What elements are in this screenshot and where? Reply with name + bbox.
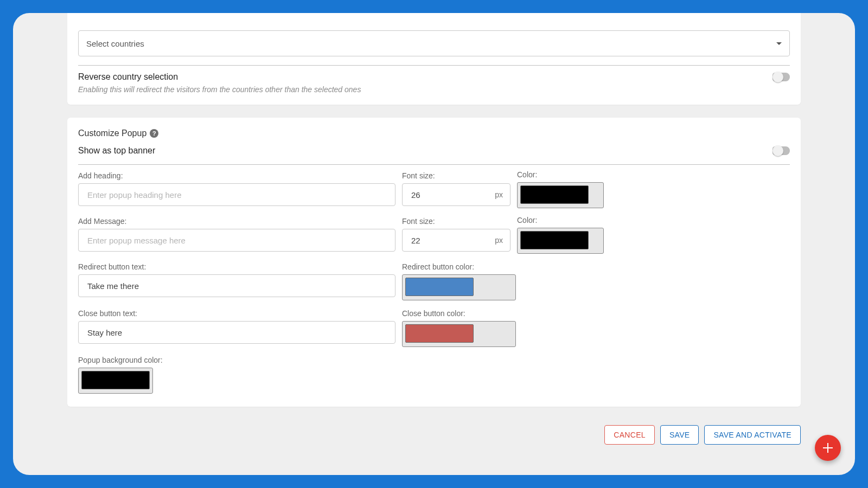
heading-font-input[interactable] [402, 183, 510, 206]
heading-font-wrap: px [402, 183, 510, 206]
redirect-text-label: Redirect button text: [78, 262, 395, 271]
customize-popup-title: Customize Popup [78, 129, 146, 138]
heading-color-field: Color: [517, 171, 604, 208]
message-font-label: Font size: [402, 217, 510, 226]
message-label: Add Message: [78, 217, 395, 226]
app-frame: Select countries Reverse country selecti… [13, 13, 855, 475]
redirect-color-field: Redirect button color: [402, 262, 516, 300]
divider [78, 65, 790, 66]
redirect-color-swatch [405, 278, 474, 296]
show-banner-toggle[interactable] [773, 146, 790, 155]
country-select-placeholder: Select countries [86, 39, 144, 48]
reverse-country-helper: Enabling this will redirect the visitors… [78, 85, 790, 94]
message-text-field: Add Message: [78, 217, 395, 252]
cancel-button[interactable]: CANCEL [604, 425, 655, 445]
close-color-picker[interactable] [402, 321, 516, 347]
close-color-field: Close button color: [402, 309, 516, 347]
message-font-input[interactable] [402, 229, 510, 252]
save-button[interactable]: SAVE [660, 425, 699, 445]
customize-popup-title-row: Customize Popup ? [78, 129, 790, 138]
reverse-country-row: Reverse country selection [78, 72, 790, 82]
divider [78, 164, 790, 165]
heading-label: Add heading: [78, 171, 395, 180]
message-font-wrap: px [402, 229, 510, 252]
popup-bg-color-swatch [81, 371, 150, 389]
close-text-field: Close button text: [78, 309, 395, 347]
heading-input[interactable] [78, 183, 395, 206]
heading-row: Add heading: Font size: px Color: [78, 171, 790, 208]
popup-bg-label: Popup background color: [78, 356, 790, 364]
heading-text-field: Add heading: [78, 171, 395, 206]
redirect-row: Redirect button text: Redirect button co… [78, 262, 790, 300]
message-input[interactable] [78, 229, 395, 252]
save-activate-button[interactable]: SAVE AND ACTIVATE [704, 425, 801, 445]
heading-color-swatch [520, 185, 589, 204]
close-color-swatch [405, 324, 474, 343]
close-color-label: Close button color: [402, 309, 516, 318]
redirect-text-input[interactable] [78, 274, 395, 297]
heading-font-field: Font size: px [402, 171, 510, 206]
help-icon[interactable]: ? [150, 129, 158, 138]
countries-card: Select countries Reverse country selecti… [67, 13, 801, 105]
redirect-color-picker[interactable] [402, 274, 516, 300]
content-area: Select countries Reverse country selecti… [67, 13, 801, 445]
close-text-input[interactable] [78, 321, 395, 344]
heading-color-picker[interactable] [517, 182, 604, 208]
popup-bg-row: Popup background color: [78, 356, 790, 396]
redirect-color-label: Redirect button color: [402, 262, 516, 271]
message-row: Add Message: Font size: px Color: [78, 217, 790, 254]
reverse-country-toggle[interactable] [773, 73, 790, 81]
add-fab[interactable] [815, 435, 841, 461]
message-color-swatch [520, 231, 589, 249]
redirect-text-field: Redirect button text: [78, 262, 395, 300]
plus-icon [823, 443, 833, 453]
customize-popup-card: Customize Popup ? Show as top banner Add… [67, 118, 801, 407]
close-row: Close button text: Close button color: [78, 309, 790, 347]
heading-color-label: Color: [517, 170, 604, 179]
show-banner-row: Show as top banner [78, 146, 790, 156]
show-banner-label: Show as top banner [78, 146, 155, 156]
popup-bg-color-picker[interactable] [78, 368, 153, 394]
country-select[interactable]: Select countries [78, 30, 790, 56]
message-color-label: Color: [517, 216, 604, 224]
message-color-picker[interactable] [517, 228, 604, 254]
close-text-label: Close button text: [78, 309, 395, 318]
form-actions: CANCEL SAVE SAVE AND ACTIVATE [67, 420, 801, 445]
reverse-country-label: Reverse country selection [78, 72, 178, 82]
message-color-field: Color: [517, 217, 604, 254]
message-font-field: Font size: px [402, 217, 510, 252]
heading-font-label: Font size: [402, 171, 510, 180]
chevron-down-icon [776, 42, 782, 45]
